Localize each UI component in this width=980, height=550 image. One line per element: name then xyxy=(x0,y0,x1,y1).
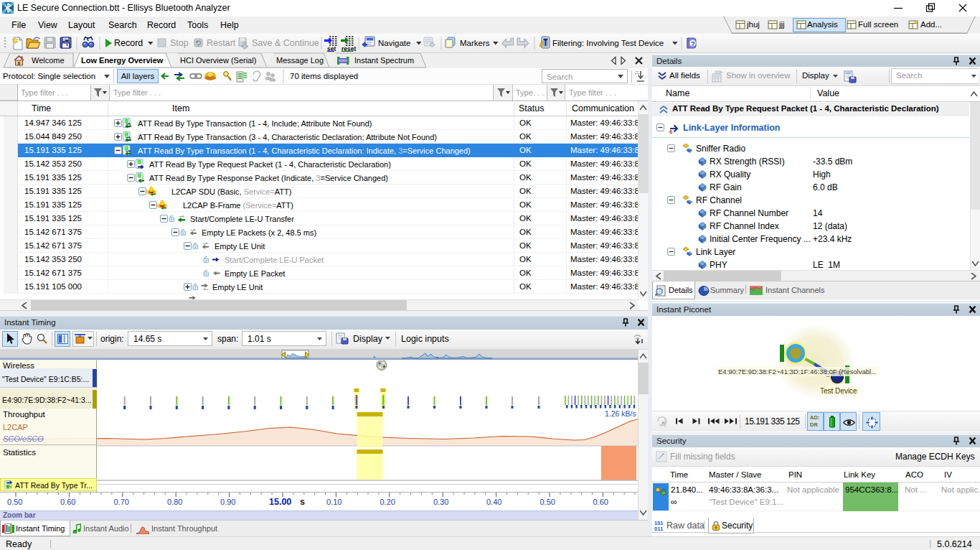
svg-text:Save & Continue: Save & Continue xyxy=(252,38,319,48)
svg-text:?: ? xyxy=(691,39,695,47)
svg-text:Record: Record xyxy=(114,38,143,48)
svg-text:Test Device: Test Device xyxy=(820,387,857,395)
svg-text:011: 011 xyxy=(654,526,663,531)
svg-text:1.26 kB/s: 1.26 kB/s xyxy=(605,409,636,418)
svg-text:6: 6 xyxy=(669,129,673,134)
svg-text:E4:90:7E:9D:38:F2~41:3D:1F:46:: E4:90:7E:9D:38:F2~41:3D:1F:46:38:0F (Res… xyxy=(718,368,877,376)
svg-text:Navigate: Navigate xyxy=(378,39,410,47)
svg-text:Filtering: Involving Test Devi: Filtering: Involving Test Device xyxy=(552,39,664,47)
svg-text:Stop: Stop xyxy=(170,38,189,48)
svg-text:Markers: Markers xyxy=(460,39,490,47)
svg-text:Restart: Restart xyxy=(207,38,236,48)
